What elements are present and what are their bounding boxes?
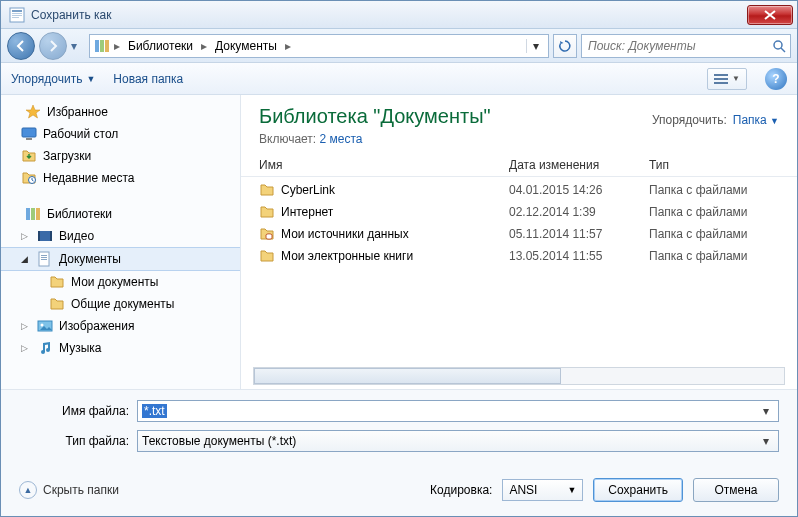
encoding-select[interactable]: ANSI ▼: [502, 479, 583, 501]
arrange-dropdown[interactable]: Папка ▼: [733, 113, 779, 127]
address-bar[interactable]: ▸ Библиотеки ▸ Документы ▸ ▾: [89, 34, 549, 58]
chevron-up-icon: ▲: [19, 481, 37, 499]
hide-folders-button[interactable]: ▲ Скрыть папки: [19, 481, 119, 499]
help-button[interactable]: ?: [765, 68, 787, 90]
svg-rect-21: [38, 231, 40, 241]
chevron-down-icon: ▼: [567, 485, 576, 495]
col-type-header[interactable]: Тип: [649, 158, 779, 172]
file-date: 04.01.2015 14:26: [509, 183, 649, 197]
list-item[interactable]: Мои источники данных 05.11.2014 11:57 Па…: [259, 223, 779, 245]
arrow-right-icon: [47, 40, 59, 52]
new-folder-button[interactable]: Новая папка: [113, 72, 183, 86]
tree-label: Изображения: [59, 319, 134, 333]
expand-icon[interactable]: ▷: [21, 343, 31, 353]
includes-link[interactable]: 2 места: [320, 132, 363, 146]
crumb-sep: ▸: [199, 39, 209, 53]
folder-db-icon: [259, 226, 275, 242]
svg-rect-15: [26, 138, 32, 140]
organize-label: Упорядочить: [11, 72, 82, 86]
svg-rect-2: [12, 13, 22, 14]
tree-libraries[interactable]: Библиотеки: [1, 203, 240, 225]
tree-downloads[interactable]: Загрузки: [1, 145, 240, 167]
folder-icon: [259, 204, 275, 220]
tree-music[interactable]: ▷ Музыка: [1, 337, 240, 359]
filename-input[interactable]: [167, 403, 758, 419]
nav-tree: Избранное Рабочий стол Загрузки Недавние…: [1, 95, 241, 389]
filetype-combo[interactable]: Текстовые документы (*.txt) ▾: [137, 430, 779, 452]
file-date: 13.05.2014 11:55: [509, 249, 649, 263]
pictures-icon: [37, 318, 53, 334]
tree-documents[interactable]: ◢ Документы: [1, 247, 240, 271]
tree-label: Недавние места: [43, 171, 134, 185]
body: Избранное Рабочий стол Загрузки Недавние…: [1, 95, 797, 389]
svg-rect-10: [714, 74, 728, 76]
list-item[interactable]: Мои электронные книги 13.05.2014 11:55 П…: [259, 245, 779, 267]
refresh-button[interactable]: [553, 34, 577, 58]
svg-rect-20: [38, 231, 52, 241]
column-headers: Имя Дата изменения Тип: [241, 154, 797, 177]
expand-icon[interactable]: ▷: [21, 321, 31, 331]
tree-label: Музыка: [59, 341, 101, 355]
tree-my-documents[interactable]: Мои документы: [1, 271, 240, 293]
music-icon: [37, 340, 53, 356]
filename-value[interactable]: *.txt: [142, 404, 167, 418]
filename-combo[interactable]: *.txt ▾: [137, 400, 779, 422]
view-mode-button[interactable]: ▼: [707, 68, 747, 90]
svg-rect-17: [26, 208, 30, 220]
chevron-down-icon[interactable]: ▾: [758, 404, 774, 418]
tree-videos[interactable]: ▷ Видео: [1, 225, 240, 247]
svg-rect-11: [714, 78, 728, 80]
list-item[interactable]: CyberLink 04.01.2015 14:26 Папка с файла…: [259, 179, 779, 201]
search-icon[interactable]: [772, 39, 786, 53]
libraries-group: Библиотеки ▷ Видео ◢ Документы Мои докум…: [1, 203, 240, 359]
chevron-down-icon[interactable]: ▾: [758, 434, 774, 448]
address-dropdown[interactable]: ▾: [526, 39, 544, 53]
list-item[interactable]: Интернет 02.12.2014 1:39 Папка с файлами: [259, 201, 779, 223]
expand-icon[interactable]: ▷: [21, 231, 31, 241]
search-box[interactable]: [581, 34, 791, 58]
folder-icon: [259, 248, 275, 264]
tree-desktop[interactable]: Рабочий стол: [1, 123, 240, 145]
hide-folders-label: Скрыть папки: [43, 483, 119, 497]
collapse-icon[interactable]: ◢: [21, 254, 31, 264]
tree-label: Общие документы: [71, 297, 174, 311]
favorites-group: Избранное Рабочий стол Загрузки Недавние…: [1, 101, 240, 189]
libraries-icon: [94, 38, 110, 54]
col-name-header[interactable]: Имя: [259, 158, 509, 172]
tree-label: Загрузки: [43, 149, 91, 163]
close-button[interactable]: [747, 5, 793, 25]
filetype-label: Тип файла:: [19, 434, 129, 448]
svg-rect-14: [22, 128, 36, 137]
tree-label: Библиотеки: [47, 207, 112, 221]
nav-history-dropdown[interactable]: ▾: [71, 39, 85, 53]
crumb-libraries[interactable]: Библиотеки: [124, 37, 197, 55]
svg-point-8: [774, 41, 782, 49]
crumb-sep: ▸: [283, 39, 293, 53]
tree-public-documents[interactable]: Общие документы: [1, 293, 240, 315]
video-icon: [37, 228, 53, 244]
tree-pictures[interactable]: ▷ Изображения: [1, 315, 240, 337]
svg-rect-22: [50, 231, 52, 241]
horizontal-scrollbar[interactable]: [253, 367, 785, 385]
titlebar: Сохранить как: [1, 1, 797, 29]
file-name: Мои электронные книги: [281, 249, 413, 263]
organize-menu[interactable]: Упорядочить ▼: [11, 72, 95, 86]
tree-favorites[interactable]: Избранное: [1, 101, 240, 123]
filename-form: Имя файла: *.txt ▾ Тип файла: Текстовые …: [1, 389, 797, 468]
library-header: Библиотека "Документы" Включает: 2 места…: [241, 95, 797, 154]
folder-icon: [49, 296, 65, 312]
file-date: 02.12.2014 1:39: [509, 205, 649, 219]
file-type: Папка с файлами: [649, 249, 779, 263]
back-button[interactable]: [7, 32, 35, 60]
col-date-header[interactable]: Дата изменения: [509, 158, 649, 172]
crumb-documents[interactable]: Документы: [211, 37, 281, 55]
svg-rect-25: [41, 257, 47, 258]
file-type: Папка с файлами: [649, 205, 779, 219]
tree-recent[interactable]: Недавние места: [1, 167, 240, 189]
scrollbar-thumb[interactable]: [254, 368, 561, 384]
cancel-button[interactable]: Отмена: [693, 478, 779, 502]
window-title: Сохранить как: [31, 8, 747, 22]
save-button[interactable]: Сохранить: [593, 478, 683, 502]
forward-button[interactable]: [39, 32, 67, 60]
search-input[interactable]: [586, 38, 772, 54]
